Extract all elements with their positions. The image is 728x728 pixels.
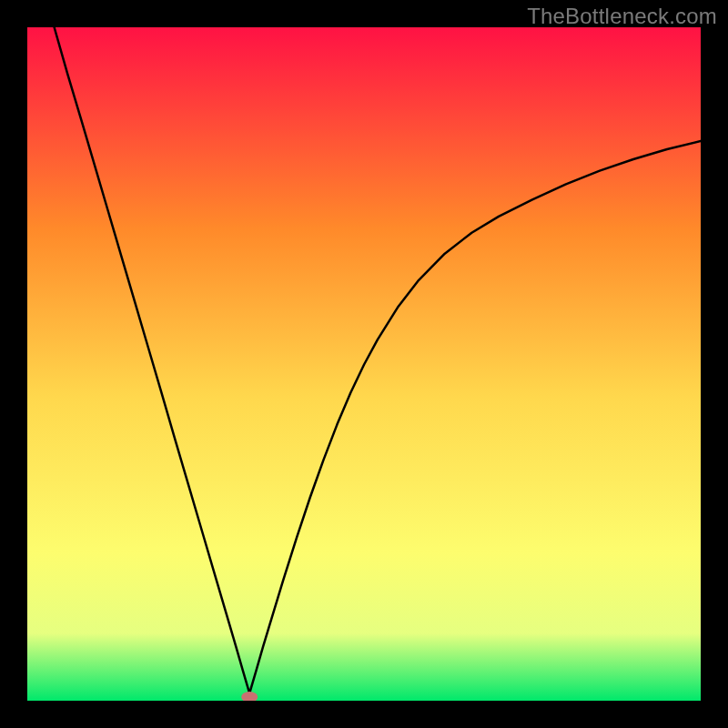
- chart-frame: TheBottleneck.com: [0, 0, 728, 728]
- plot-svg: [27, 27, 701, 701]
- watermark-text: TheBottleneck.com: [527, 4, 717, 29]
- plot-area: [27, 27, 701, 701]
